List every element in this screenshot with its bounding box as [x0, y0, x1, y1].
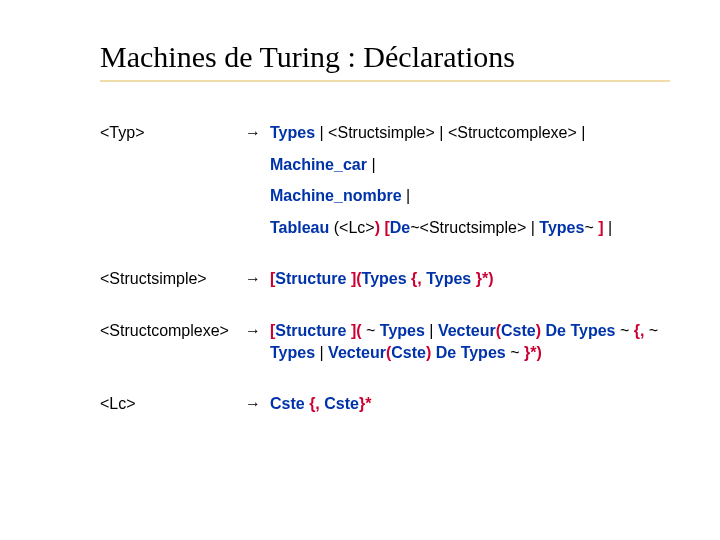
tok-de: De: [546, 322, 566, 339]
tok-close: ): [536, 344, 541, 361]
empty: [100, 154, 245, 176]
arrow: →: [245, 320, 270, 363]
tok-tilde: ~: [644, 322, 658, 339]
tok-pipe: |: [425, 322, 438, 339]
tok-tilde: ~: [615, 322, 633, 339]
tok-types: Types: [362, 270, 407, 287]
tok-types: Types: [426, 270, 471, 287]
tok-types: Types: [570, 322, 615, 339]
rhs-tableau: Tableau (<Lc>) [De~<Structsimple> | Type…: [270, 217, 670, 239]
tok-machine-car: Machine_car: [270, 156, 367, 173]
rhs-structcomplexe: [Structure ]( ~ Types | Vecteur(Cste) De…: [270, 320, 670, 363]
tok-structure: Structure: [275, 270, 351, 287]
slide: Machines de Turing : Déclarations <Typ> …: [0, 0, 720, 540]
empty: [245, 217, 270, 239]
tok-brace: }*: [471, 270, 488, 287]
spacer: [100, 300, 245, 310]
empty: [245, 154, 270, 176]
spacer: [100, 373, 245, 383]
tok-pipe: |: [604, 219, 613, 236]
tok-lc: <Lc>: [339, 219, 375, 236]
tok-structure: Structure: [275, 322, 351, 339]
tok-brace: }*: [359, 395, 371, 412]
tok-pipe: |: [315, 344, 328, 361]
tok-vecteur: Vecteur: [438, 322, 496, 339]
arrow: →: [245, 393, 270, 415]
tok-cste: Cste: [324, 395, 359, 412]
tok-rbrack-paren: ](: [351, 270, 362, 287]
rhs-machine-nombre: Machine_nombre |: [270, 185, 670, 207]
tok-cste: Cste: [270, 395, 305, 412]
tok-types: Types: [270, 124, 315, 141]
empty: [245, 185, 270, 207]
spacer: [270, 373, 670, 383]
tok-structsimple: <Structsimple>: [420, 219, 527, 236]
tok-tilde: ~: [506, 344, 524, 361]
tok-types: Types: [461, 344, 506, 361]
tok-pipe: |: [526, 219, 539, 236]
tok-vecteur: Vecteur: [328, 344, 386, 361]
tok-pipe: |: [315, 124, 328, 141]
tok-tilde: ~: [584, 219, 598, 236]
lhs-structsimple: <Structsimple>: [100, 268, 245, 290]
tok-cste: Cste: [501, 322, 536, 339]
lhs-structcomplexe: <Structcomplexe>: [100, 320, 245, 363]
rhs-machine-car: Machine_car |: [270, 154, 670, 176]
spacer: [270, 300, 670, 310]
tok-brace: {: [305, 395, 316, 412]
spacer: [100, 248, 245, 258]
lhs-lc: <Lc>: [100, 393, 245, 415]
spacer: [245, 300, 270, 310]
tok-de: De: [390, 219, 410, 236]
tok-tilde: ~: [410, 219, 419, 236]
tok-tableau: Tableau: [270, 219, 329, 236]
spacer: [245, 373, 270, 383]
tok-tilde: ~: [362, 322, 380, 339]
title-underline: [100, 80, 670, 82]
spacer: [270, 248, 670, 258]
tok-de: De: [436, 344, 456, 361]
grammar-grid: <Typ> → Types | <Structsimple> | <Struct…: [100, 122, 670, 415]
rhs-structsimple: [Structure ](Types {, Types }*): [270, 268, 670, 290]
tok-machine-nombre: Machine_nombre: [270, 187, 402, 204]
spacer: [245, 248, 270, 258]
tok-pipe: |: [435, 124, 448, 141]
empty: [100, 185, 245, 207]
rhs-typ: Types | <Structsimple> | <Structcomplexe…: [270, 122, 670, 144]
tok-types: Types: [380, 322, 425, 339]
tok-brace: }*: [524, 344, 536, 361]
tok-brace: {: [407, 270, 418, 287]
tok-paren: (: [329, 219, 339, 236]
lhs-typ: <Typ>: [100, 122, 245, 144]
arrow: →: [245, 122, 270, 144]
tok-close: ): [488, 270, 493, 287]
empty: [100, 217, 245, 239]
tok-pipe: |: [402, 187, 411, 204]
tok-structcomplexe: <Structcomplexe>: [448, 124, 577, 141]
page-title: Machines de Turing : Déclarations: [100, 40, 670, 74]
arrow: →: [245, 268, 270, 290]
tok-types: Types: [539, 219, 584, 236]
tok-cste: Cste: [391, 344, 426, 361]
tok-pipe: |: [367, 156, 376, 173]
tok-rbrack-paren: ](: [351, 322, 362, 339]
rhs-lc: Cste {, Cste}*: [270, 393, 670, 415]
tok-structsimple: <Structsimple>: [328, 124, 435, 141]
tok-pipe: |: [577, 124, 586, 141]
tok-types: Types: [270, 344, 315, 361]
